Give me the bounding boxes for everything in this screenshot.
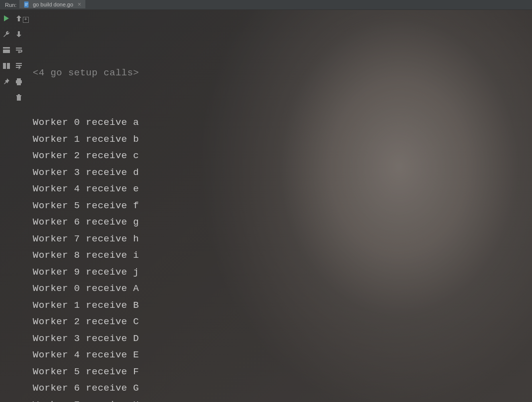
soft-wrap-icon[interactable] <box>14 46 23 55</box>
main-area: + <4 go setup calls> Worker 0 receive aW… <box>0 10 532 402</box>
tab-title: go build done.go <box>33 1 73 7</box>
toolbar-column-2 <box>12 10 25 402</box>
fold-expand-button[interactable]: + <box>23 17 29 23</box>
svg-rect-12 <box>17 83 21 85</box>
scroll-to-end-icon[interactable] <box>14 61 23 70</box>
wrench-icon[interactable] <box>2 30 11 39</box>
run-header: Run: go build done.go × <box>0 0 532 10</box>
svg-rect-14 <box>17 96 21 101</box>
trash-icon[interactable] <box>14 93 23 102</box>
close-icon[interactable]: × <box>78 1 81 8</box>
output-line: Worker 7 receive H <box>27 397 532 402</box>
layout-icon[interactable] <box>2 46 11 55</box>
print-icon[interactable] <box>14 77 23 86</box>
svg-rect-15 <box>18 94 20 95</box>
output-line: Worker 0 receive A <box>27 281 532 297</box>
output-line: Worker 1 receive B <box>27 297 532 314</box>
run-label: Run: <box>2 2 19 8</box>
output-line: Worker 4 receive e <box>27 181 532 198</box>
output-line: Worker 3 receive D <box>27 331 532 347</box>
output-line: Worker 6 receive G <box>27 380 532 397</box>
output-line: Worker 8 receive i <box>27 247 532 264</box>
svg-rect-1 <box>25 3 28 4</box>
svg-marker-3 <box>4 15 9 21</box>
svg-rect-13 <box>16 95 21 96</box>
pin-icon[interactable] <box>2 77 11 86</box>
svg-rect-7 <box>7 63 10 69</box>
rerun-button[interactable] <box>2 14 11 23</box>
run-tab[interactable]: go build done.go × <box>19 0 85 9</box>
svg-rect-0 <box>24 1 29 7</box>
svg-rect-6 <box>3 63 6 69</box>
down-arrow-icon[interactable] <box>14 30 23 39</box>
output-line: Worker 3 receive d <box>27 165 532 181</box>
output-line: Worker 4 receive E <box>27 347 532 364</box>
svg-rect-5 <box>3 50 10 53</box>
split-icon[interactable] <box>2 61 11 70</box>
output-line: Worker 9 receive j <box>27 264 532 281</box>
output-line: Worker 7 receive h <box>27 231 532 248</box>
output-line: Worker 2 receive c <box>27 148 532 165</box>
console-output[interactable]: + <4 go setup calls> Worker 0 receive aW… <box>25 10 532 402</box>
output-line: Worker 2 receive C <box>27 314 532 331</box>
folded-setup-line: <4 go setup calls> <box>27 65 532 82</box>
output-line: Worker 1 receive b <box>27 131 532 148</box>
output-line: Worker 5 receive F <box>27 364 532 381</box>
svg-rect-10 <box>17 78 21 80</box>
go-file-icon <box>23 1 30 8</box>
output-line: Worker 0 receive a <box>27 115 532 131</box>
svg-rect-2 <box>25 4 27 5</box>
svg-rect-4 <box>3 47 10 49</box>
output-line: Worker 5 receive f <box>27 198 532 215</box>
toolbar-column-1 <box>0 10 12 402</box>
output-line: Worker 6 receive g <box>27 214 532 231</box>
up-arrow-icon[interactable] <box>14 14 23 23</box>
svg-rect-8 <box>16 63 22 64</box>
